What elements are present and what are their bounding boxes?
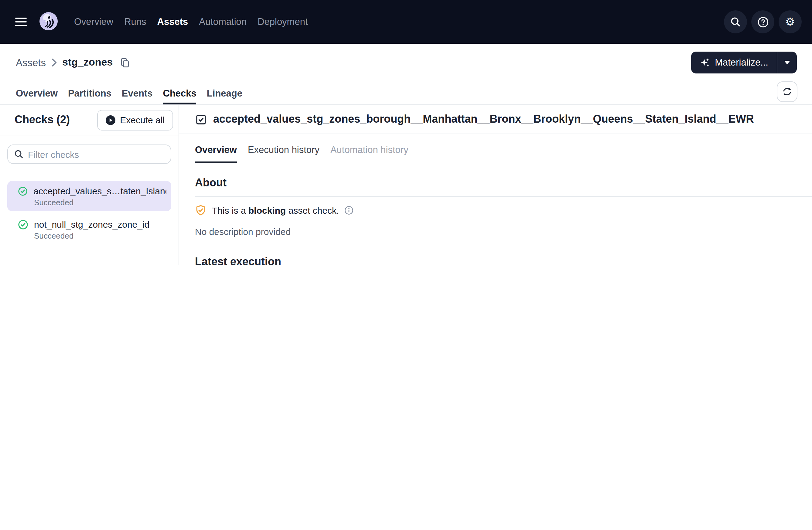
tab-overview[interactable]: Overview: [16, 88, 58, 104]
nav-item-runs[interactable]: Runs: [124, 16, 146, 27]
tab-checks[interactable]: Checks: [163, 88, 197, 104]
about-heading: About: [195, 177, 812, 189]
breadcrumb-assets-link[interactable]: Assets: [16, 57, 46, 68]
section-divider: [195, 196, 812, 197]
execute-all-button[interactable]: Execute all: [97, 109, 173, 130]
check-name-title: accepted_values_stg_zones_borough__Manha…: [213, 113, 754, 126]
page-title: stg_zones: [62, 57, 113, 69]
nav-item-assets[interactable]: Assets: [157, 16, 188, 27]
info-icon[interactable]: [344, 206, 353, 215]
copy-asset-name-button[interactable]: [119, 57, 130, 68]
nav-item-automation[interactable]: Automation: [199, 16, 247, 27]
execute-all-label: Execute all: [120, 115, 164, 125]
page-header: Assets stg_zones Materialize...: [0, 44, 812, 82]
check-detail-pane: accepted_values_stg_zones_borough__Manha…: [179, 105, 812, 265]
check-success-icon: [18, 219, 28, 229]
primary-nav: Overview Runs Assets Automation Deployme…: [74, 16, 308, 27]
check-title-row: accepted_values_stg_zones_borough__Manha…: [179, 105, 812, 134]
check-item-name: accepted_values_s…taten_Island_: [33, 186, 166, 196]
chevron-down-icon: [784, 61, 790, 64]
refresh-button[interactable]: [777, 82, 797, 102]
tab-automation-history[interactable]: Automation history: [330, 145, 408, 163]
refresh-icon: [782, 87, 792, 97]
dagster-asset-checks-page: Overview Runs Assets Automation Deployme…: [0, 0, 812, 265]
breadcrumb-chevron-icon: [51, 58, 57, 67]
checks-sidebar: Checks (2) Execute all: [0, 105, 179, 265]
shield-check-icon: [195, 205, 206, 216]
checks-count-title: Checks (2): [15, 114, 70, 126]
no-description-text: No description provided: [195, 226, 812, 237]
sparkle-icon: [700, 57, 710, 68]
play-circle-icon: [105, 115, 115, 125]
gear-icon: ⚙: [785, 16, 795, 27]
filter-checks-wrap: [7, 145, 171, 164]
materialize-dropdown-button[interactable]: [777, 51, 797, 73]
help-icon: [757, 16, 769, 28]
copy-icon: [119, 57, 130, 68]
nav-item-deployment[interactable]: Deployment: [258, 16, 308, 27]
breadcrumb: Assets stg_zones: [16, 57, 130, 69]
hamburger-menu-icon[interactable]: [15, 17, 27, 26]
materialize-label: Materialize...: [715, 57, 768, 68]
materialize-split-button: Materialize...: [691, 51, 797, 73]
asset-check-icon: [195, 113, 207, 126]
blocking-text: This is a blocking asset check.: [212, 205, 339, 216]
tab-lineage[interactable]: Lineage: [207, 88, 242, 104]
tab-partitions[interactable]: Partitions: [68, 88, 112, 104]
checks-list: accepted_values_s…taten_Island_ Succeede…: [0, 181, 178, 248]
settings-button[interactable]: ⚙: [779, 10, 802, 33]
check-list-item-not-null[interactable]: not_null_stg_zones_zone_id Succeeded: [7, 214, 171, 245]
nav-actions: ⚙: [724, 10, 802, 33]
blocking-note: This is a blocking asset check.: [195, 205, 812, 216]
help-button[interactable]: [751, 10, 774, 33]
body-panes: Checks (2) Execute all: [0, 105, 812, 265]
check-overview-content: About This is a blocking asset check. No…: [179, 163, 812, 265]
asset-tabs: Overview Partitions Events Checks Lineag…: [0, 82, 812, 105]
nav-item-overview[interactable]: Overview: [74, 16, 113, 27]
search-icon: [14, 149, 24, 159]
tab-execution-history[interactable]: Execution history: [248, 145, 319, 163]
check-success-icon: [18, 186, 27, 196]
check-item-name: not_null_stg_zones_zone_id: [34, 219, 149, 230]
tab-events[interactable]: Events: [122, 88, 153, 104]
tab-check-overview[interactable]: Overview: [195, 145, 237, 163]
check-detail-tabs: Overview Execution history Automation hi…: [179, 134, 812, 163]
top-navbar: Overview Runs Assets Automation Deployme…: [0, 0, 812, 44]
check-list-item-accepted-values[interactable]: accepted_values_s…taten_Island_ Succeede…: [7, 181, 171, 211]
check-item-status: Succeeded: [34, 198, 166, 207]
check-item-status: Succeeded: [34, 231, 166, 240]
materialize-button[interactable]: Materialize...: [691, 51, 777, 73]
latest-execution-heading: Latest execution: [195, 255, 812, 265]
dagster-logo: [38, 11, 59, 33]
checks-sidebar-header: Checks (2) Execute all: [0, 105, 178, 135]
filter-checks-input[interactable]: [7, 145, 171, 164]
search-button[interactable]: [724, 10, 747, 33]
search-icon: [730, 16, 741, 27]
